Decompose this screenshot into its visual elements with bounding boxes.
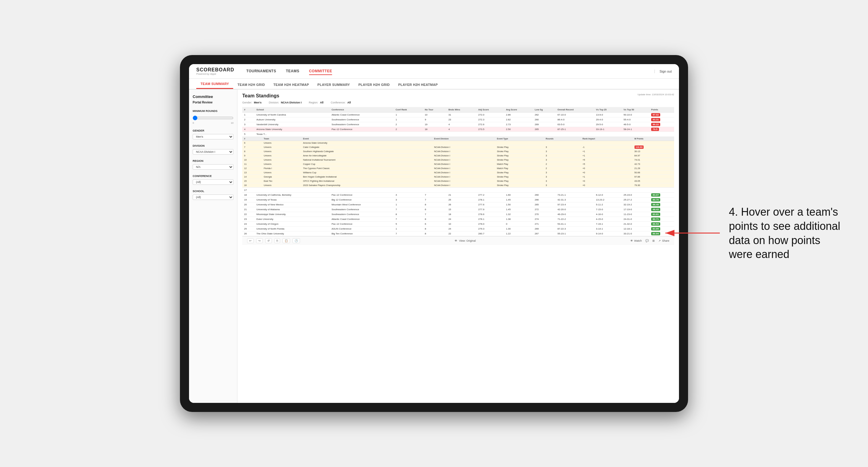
cell-top50: 25-19-0 — [622, 193, 649, 197]
cell-school: University of Alabama — [255, 207, 330, 212]
exp-cell: 8 — [242, 149, 262, 154]
points-badge[interactable]: 88.49 — [651, 203, 660, 206]
exp-cell — [581, 141, 633, 145]
cell-top25: 7-15-0 — [594, 207, 622, 212]
nav-teams[interactable]: TEAMS — [286, 68, 300, 75]
logo-text: SCOREBOARD — [196, 67, 235, 72]
subnav-team-summary[interactable]: TEAM SUMMARY — [196, 82, 233, 89]
cell-overall: 97-23-4 — [556, 203, 594, 207]
exp-cell: Univers — [262, 162, 301, 166]
division-select[interactable]: NCAA Division I NCAA Division II NCAA Di… — [193, 149, 234, 155]
sidebar-portal-review: Portal Review — [193, 100, 234, 105]
min-rounds-slider[interactable] — [193, 116, 234, 120]
copy-button[interactable]: ⎘ — [274, 238, 280, 243]
points-badge[interactable]: 97.02 — [651, 113, 660, 117]
region-select[interactable]: N/A Northeast South West — [193, 164, 234, 170]
points-badge[interactable]: 80.70 — [651, 198, 660, 201]
tablet-device: SCOREBOARD Powered by clippd TOURNAMENTS… — [180, 55, 688, 412]
exp-cell: Stroke Play — [495, 183, 544, 188]
points-badge[interactable]: 83.07 — [651, 193, 660, 196]
nav-tournaments[interactable]: TOURNAMENTS — [247, 68, 276, 75]
cell-points[interactable]: 90.22 — [649, 122, 674, 127]
points-badge[interactable]: 48.43 — [651, 208, 660, 211]
points-badge[interactable]: 80.71 — [651, 217, 660, 221]
cell-rank: 21 — [242, 207, 255, 212]
exp-cell: 2023 Sahalee Players Championship — [301, 183, 432, 188]
exp-cell: 2 — [544, 162, 581, 166]
points-badge[interactable]: 93.31 — [651, 118, 660, 121]
cell-top25: 7-19-1 — [594, 222, 622, 226]
cell-adj: 280.7 — [476, 231, 504, 236]
points-badge[interactable]: 83.89 — [651, 227, 660, 230]
cell-points[interactable]: 93.31 — [649, 117, 674, 122]
gender-select[interactable]: Men's Women's — [193, 134, 234, 139]
grid-button[interactable]: ⊞ — [652, 239, 655, 242]
exp-cell: +5 — [581, 162, 633, 166]
cell-top25: 3-14-1 — [594, 226, 622, 231]
points-badge-highlighted[interactable]: 79.5 — [651, 128, 659, 131]
cell-conf-rank: 1 — [394, 117, 423, 122]
cell-school: Arizona State University — [255, 127, 330, 132]
cell-bnds: 18 — [447, 212, 477, 217]
cell-points[interactable]: 83.07 — [649, 193, 674, 197]
undo-button[interactable]: ↩ — [247, 238, 254, 243]
cell-rank: 4 — [242, 127, 255, 132]
filter-division: Division: NCAA Division I — [269, 101, 302, 104]
cell-points[interactable]: 79.5 — [649, 127, 674, 132]
cell-conf-rank: 4 — [394, 193, 423, 197]
cell-bnds: 31 — [447, 113, 477, 117]
nav-committee[interactable]: COMMITTEE — [309, 68, 332, 75]
division-filter-value: NCAA Division I — [281, 101, 302, 104]
cell-avg: 2.73 — [504, 122, 533, 127]
conference-select[interactable]: (All) ACC SEC Big 12 — [193, 179, 234, 185]
cell-top50: 32-19-2 — [622, 203, 649, 207]
points-badge[interactable]: 80.94 — [651, 232, 660, 235]
gender-filter-value: Men's — [254, 101, 261, 104]
comment-button[interactable]: 💬 — [645, 239, 649, 242]
table-row: 18 University of California, Berkeley Pa… — [242, 193, 674, 197]
subnav-team-h2h-heatmap[interactable]: TEAM H2H HEATMAP — [269, 83, 313, 89]
points-badge[interactable]: 83.81 — [651, 213, 660, 216]
exp-col-team: Team — [262, 137, 301, 141]
clock-button[interactable]: 🕐 — [292, 238, 300, 243]
bottom-toolbar: ↩ ↪ ↺ ⎘ 📋 🕐 👁 View: Original 👁 — [242, 236, 674, 245]
table-row: 2 Auburn University Southeastern Confere… — [242, 117, 674, 122]
view-label[interactable]: View: Original — [459, 239, 476, 242]
cell-bnds: 23 — [447, 117, 477, 122]
conference-filter-label: Conference: — [331, 101, 345, 104]
sign-out-button[interactable]: Sign out — [654, 69, 672, 73]
school-select[interactable]: (All) — [193, 194, 234, 200]
exp-cell: 3 — [544, 154, 581, 158]
range-min: 0 — [193, 122, 194, 124]
col-bnds-wins: Bnds Wins — [447, 107, 477, 113]
subnav-player-summary[interactable]: PLAYER SUMMARY — [313, 83, 354, 89]
cell-top25: 6-12-0 — [594, 193, 622, 197]
exp-cell: 43.05 — [633, 179, 674, 183]
cell-rank: 20 — [242, 203, 255, 207]
range-labels: 0 10 — [193, 122, 234, 124]
cell-low: 260 — [533, 117, 556, 122]
paste-button[interactable]: 📋 — [282, 238, 290, 243]
cell-points[interactable]: 80.70 — [649, 197, 674, 203]
cell-points[interactable]: 97.02 — [649, 113, 674, 117]
expanded-cell: # Team Event Event Division Event Type R… — [242, 137, 674, 188]
subnav-player-h2h-heatmap[interactable]: PLAYER H2H HEATMAP — [394, 83, 442, 89]
exp-cell: 84.97 — [633, 154, 674, 158]
inner-app: Committee Portal Review Minimum Rounds 0… — [189, 90, 679, 403]
table-row: 23 Duke University Atlantic Coast Confer… — [242, 217, 674, 222]
points-badge[interactable]: 80.54 — [651, 222, 660, 226]
points-badge[interactable]: 90.22 — [651, 123, 660, 126]
refresh-button[interactable]: ↺ — [265, 238, 272, 243]
cell-school: University of Oregon — [255, 222, 330, 226]
watch-button[interactable]: 👁 Watch — [630, 239, 642, 242]
exp-col-num: # — [242, 137, 262, 141]
redo-button[interactable]: ↪ — [256, 238, 263, 243]
annotation-text: 4. Hover over a team's points to see add… — [729, 205, 844, 261]
subnav-team-h2h-grid[interactable]: TEAM H2H GRID — [233, 83, 269, 89]
cell-adj: 277.2 — [476, 193, 504, 197]
exp-cell: NCAA Division I — [432, 154, 495, 158]
col-no-tour: No Tour — [423, 107, 446, 113]
exp-cell: NCAA Division I — [432, 175, 495, 179]
subnav-player-h2h-grid[interactable]: PLAYER H2H GRID — [354, 83, 394, 89]
expanded-body: 6 Univers Arizona State University — [242, 141, 674, 188]
